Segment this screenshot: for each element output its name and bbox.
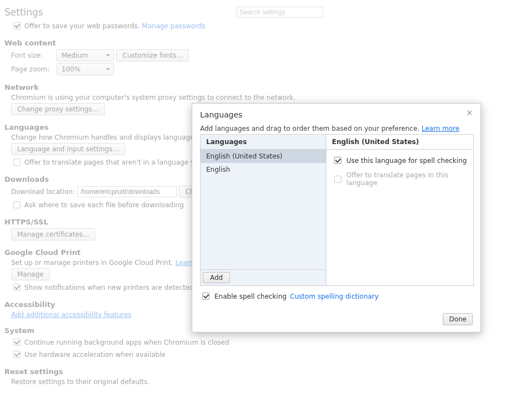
languages-desc: Change how Chromium handles and displays… xyxy=(11,134,200,141)
page-zoom-select[interactable]: 100% xyxy=(57,63,114,75)
language-details-pane: English (United States) Use this languag… xyxy=(326,135,473,285)
manage-certificates-button[interactable]: Manage certificates… xyxy=(11,228,95,241)
font-size-value: Medium xyxy=(62,52,88,59)
system-bg-apps-label: Continue running background apps when Ch… xyxy=(24,339,229,346)
page-zoom-label: Page zoom: xyxy=(11,65,54,73)
gcp-manage-button[interactable]: Manage xyxy=(11,268,50,280)
download-location-label: Download location: xyxy=(11,188,75,196)
section-web-content: Web content xyxy=(4,39,528,47)
gcp-notify-checkbox[interactable] xyxy=(13,284,21,291)
accessibility-link[interactable]: Add additional accessibility features xyxy=(11,311,131,319)
add-language-button[interactable]: Add xyxy=(203,272,230,283)
languages-list-pane: Languages English (United States) Englis… xyxy=(201,135,326,285)
translate-language-label: Offer to translate pages in this languag… xyxy=(346,171,468,187)
download-ask-checkbox[interactable] xyxy=(13,201,21,208)
enable-spellcheck-label: Enable spell checking xyxy=(214,293,287,300)
language-details-header: English (United States) xyxy=(326,135,473,150)
offer-save-passwords-checkbox[interactable] xyxy=(13,22,21,29)
reset-desc: Restore settings to their original defau… xyxy=(11,378,150,386)
system-bg-apps-checkbox[interactable] xyxy=(13,339,21,346)
page-zoom-value: 100% xyxy=(62,65,80,73)
section-network: Network xyxy=(4,83,528,91)
customize-fonts-button[interactable]: Customize fonts… xyxy=(116,49,189,62)
dialog-learn-more-link[interactable]: Learn more xyxy=(422,125,459,132)
language-input-settings-button[interactable]: Language and input settings… xyxy=(11,143,125,155)
dialog-title: Languages xyxy=(200,110,242,119)
close-icon[interactable]: × xyxy=(464,107,475,118)
download-ask-label: Ask where to save each file before downl… xyxy=(24,201,184,209)
manage-passwords-link[interactable]: Manage passwords xyxy=(142,22,206,30)
offer-save-passwords-label: Offer to save your web passwords. xyxy=(24,22,140,30)
done-button[interactable]: Done xyxy=(443,313,473,325)
caret-down-icon xyxy=(106,68,110,70)
spellcheck-language-label: Use this language for spell checking xyxy=(346,157,467,165)
enable-spellcheck-checkbox[interactable] xyxy=(202,293,209,300)
system-hw-accel-label: Use hardware acceleration when available xyxy=(24,351,166,359)
page-title: Settings xyxy=(4,7,43,18)
font-size-select[interactable]: Medium xyxy=(57,49,114,62)
gcp-desc: Set up or manage printers in Google Clou… xyxy=(11,259,173,267)
spellcheck-language-checkbox[interactable] xyxy=(334,157,341,164)
search-input[interactable] xyxy=(237,7,323,18)
translate-language-checkbox xyxy=(334,176,341,183)
system-hw-accel-checkbox[interactable] xyxy=(13,351,21,358)
network-desc: Chromium is using your computer's system… xyxy=(11,94,295,101)
languages-dialog: Languages × Add languages and drag to or… xyxy=(192,103,481,332)
section-reset: Reset settings xyxy=(4,367,528,376)
dialog-desc: Add languages and drag to order them bas… xyxy=(200,125,420,132)
caret-down-icon xyxy=(106,54,110,57)
change-proxy-button[interactable]: Change proxy settings… xyxy=(11,103,105,115)
language-item[interactable]: English (United States) xyxy=(201,150,326,163)
download-location-input[interactable] xyxy=(77,186,177,197)
language-item[interactable]: English xyxy=(201,163,326,176)
translate-offer-checkbox[interactable] xyxy=(13,158,21,166)
languages-list: English (United States) English xyxy=(201,150,326,269)
custom-dictionary-link[interactable]: Custom spelling dictionary xyxy=(290,293,378,300)
font-size-label: Font size: xyxy=(11,52,54,59)
languages-list-header: Languages xyxy=(201,135,326,150)
languages-panel: Languages English (United States) Englis… xyxy=(200,134,474,286)
